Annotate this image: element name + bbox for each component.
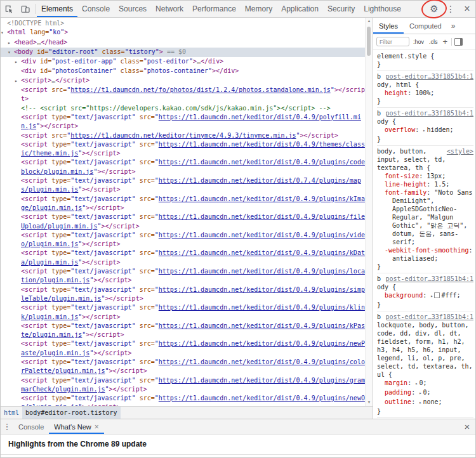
tree-node[interactable]: ▾<html lang="ko"> [1, 28, 365, 37]
tree-node[interactable]: <script type="text/javascript" src="http… [1, 195, 365, 213]
stylesheet-link[interactable]: post-editor…33f1851b4:1 [386, 275, 473, 283]
property-value[interactable]: "Noto Sans DemiLight", AppleSDGothicNeo-… [392, 189, 473, 245]
breadcrumb-body-editor-root-tistory[interactable]: body#editor-root.tistory [22, 407, 121, 419]
script-url-link[interactable]: https://t1.daumcdn.net/keditor/tinymce/4… [70, 132, 296, 139]
property-name[interactable]: margin [385, 379, 407, 386]
close-tab-icon[interactable]: × [95, 422, 99, 431]
more-options-icon[interactable]: ⋮ [442, 1, 459, 17]
tree-node[interactable]: <script type="text/javascript" src="http… [1, 322, 365, 340]
panel-tab-sources[interactable]: Sources [114, 1, 151, 17]
drawer-tab-console[interactable]: Console [13, 419, 49, 434]
property-value[interactable]: 0; [419, 379, 426, 386]
tree-node[interactable]: <script type="text/javascript" src="http… [1, 113, 365, 131]
drawer-tab-what-s-new[interactable]: What's New× [49, 419, 103, 434]
property-name[interactable]: padding [385, 389, 411, 396]
tree-node[interactable]: <script type="text/javascript" src="http… [1, 249, 365, 267]
tree-node[interactable]: <script type="text/javascript" src="http… [1, 158, 365, 176]
property-value[interactable]: #fff; [441, 292, 460, 299]
tree-node[interactable]: <script type="text/javascript" src="http… [1, 231, 365, 249]
breadcrumb-html[interactable]: html [1, 407, 22, 419]
property-name[interactable]: outline [385, 398, 411, 405]
panel-tab-elements[interactable]: Elements [37, 1, 77, 17]
stylesheet-link[interactable]: post-editor…33f1851b4:1 [386, 313, 473, 321]
color-swatch[interactable] [434, 292, 440, 298]
property-name[interactable]: overflow [385, 126, 415, 133]
property-value[interactable]: antialiased; [392, 255, 438, 262]
close-devtools-icon[interactable]: × [459, 1, 475, 17]
sidebar-tab-styles[interactable]: Styles [373, 18, 404, 34]
tree-node[interactable]: ▾<body id="editor-root" class="tistory">… [1, 48, 365, 57]
property-name[interactable]: font-size [385, 173, 419, 180]
css-property[interactable]: height: 100%; [377, 89, 473, 97]
styles-filter-input[interactable] [376, 37, 409, 46]
property-name[interactable]: height [385, 89, 407, 96]
tree-node[interactable]: <script type="text/javascript" src="http… [1, 285, 365, 304]
css-property[interactable]: line-height: 1.5; [377, 180, 473, 188]
expand-icon[interactable]: ▸ [15, 58, 21, 67]
sidebar-tab-computed[interactable]: Computed [404, 18, 447, 34]
property-value[interactable]: 13px; [426, 173, 446, 180]
property-name[interactable]: font-family [385, 189, 426, 196]
panel-tab-memory[interactable]: Memory [241, 1, 277, 17]
toggle-sidebar-icon[interactable] [454, 38, 463, 46]
property-value[interactable]: hidden; [426, 126, 453, 133]
css-property[interactable]: font-family: "Noto Sans DemiLight", Appl… [377, 188, 473, 246]
script-url-link[interactable]: https://t1.daumcdn.net/fo/photos/dist/1.… [70, 86, 330, 93]
property-name[interactable]: background [385, 292, 423, 299]
scrollbar-thumb[interactable] [367, 27, 371, 56]
tree-node[interactable]: <!-- <script src="https://developers.kak… [1, 104, 365, 113]
device-toolbar-icon[interactable] [17, 1, 34, 17]
property-value[interactable]: 100%; [415, 89, 434, 96]
elements-scrollbar[interactable]: ▲ ▼ [365, 18, 373, 406]
panel-tab-security[interactable]: Security [323, 1, 359, 17]
tree-node[interactable]: ▸<head>…</head> [1, 38, 365, 48]
tree-node[interactable]: <script type="text/javascript" src="http… [1, 358, 365, 376]
settings-gear-icon[interactable]: ⚙ [426, 1, 442, 17]
tree-node[interactable]: ▸<script>…</script> [1, 76, 365, 86]
collapse-icon[interactable]: ▾ [8, 48, 14, 57]
tree-node[interactable]: ▸<div id="post-editor-app" class="post-e… [1, 57, 365, 67]
tree-node[interactable]: <script type="text/javascript" src="http… [1, 213, 365, 231]
rule-selector[interactable]: element.style { [377, 53, 434, 60]
tree-node[interactable]: <script type="text/javascript" src="http… [1, 339, 365, 358]
new-style-rule-button[interactable]: + [442, 37, 449, 46]
tree-node[interactable]: <script type="text/javascript" src="http… [1, 140, 365, 159]
property-name[interactable]: -webkit-font-smoothing [385, 247, 468, 254]
stylesheet-link[interactable]: post-editor…33f1851b4:1 [386, 72, 473, 81]
expand-icon[interactable]: ▸ [8, 39, 14, 48]
collapse-icon[interactable]: ▾ [1, 29, 7, 37]
tree-node[interactable]: <script type="text/javascript" src="http… [1, 394, 365, 406]
overflow-tabs-icon[interactable]: » [449, 18, 458, 34]
property-name[interactable]: line-height [385, 181, 426, 188]
tree-node[interactable]: <script type="text/javascript" src="http… [1, 303, 365, 322]
css-property[interactable]: font-size: 13px; [377, 172, 473, 180]
rule-selector[interactable]: blockquote, body, button, code, dd, div,… [377, 313, 473, 378]
drawer-menu-icon[interactable]: ⋮ [1, 419, 13, 434]
expand-icon[interactable]: ▸ [15, 77, 21, 86]
panel-tab-console[interactable]: Console [77, 1, 114, 17]
panel-tab-application[interactable]: Application [277, 1, 323, 17]
css-property[interactable]: padding: ▸0; [377, 388, 473, 398]
toggle-class-button[interactable]: .cls [428, 38, 439, 46]
tree-node[interactable]: <script type="text/javascript" src="http… [1, 376, 365, 395]
property-value[interactable]: 1.5; [434, 181, 449, 188]
property-value[interactable]: 0; [423, 389, 430, 396]
css-property[interactable]: -webkit-font-smoothing: antialiased; [377, 246, 473, 263]
tree-node[interactable]: <div id="photosContainer" class="photos-… [1, 67, 365, 75]
panel-tab-performance[interactable]: Performance [188, 1, 241, 17]
stylesheet-link[interactable]: <style> [447, 147, 473, 155]
property-value[interactable]: none; [423, 398, 442, 405]
inspect-element-icon[interactable] [1, 1, 17, 17]
toggle-pseudo-state-button[interactable]: :hov [412, 38, 425, 46]
panel-tab-network[interactable]: Network [151, 1, 188, 17]
tree-node[interactable]: <script type="text/javascript" src="http… [1, 176, 365, 195]
stylesheet-link[interactable]: post-editor…33f1851b4:1 [386, 109, 473, 117]
css-property[interactable]: margin: ▸0; [377, 379, 473, 388]
tree-node[interactable]: <script type="text/javascript" src="http… [1, 267, 365, 285]
scroll-down-icon[interactable]: ▼ [366, 399, 373, 406]
css-property[interactable]: background: ▸#fff; [377, 291, 473, 301]
css-property[interactable]: outline: ▸none; [377, 398, 473, 407]
panel-tab-lighthouse[interactable]: Lighthouse [359, 1, 406, 17]
rule-selector[interactable]: body, button, input, select, td, textare… [377, 148, 446, 171]
css-property[interactable]: overflow: ▸hidden; [377, 126, 473, 135]
